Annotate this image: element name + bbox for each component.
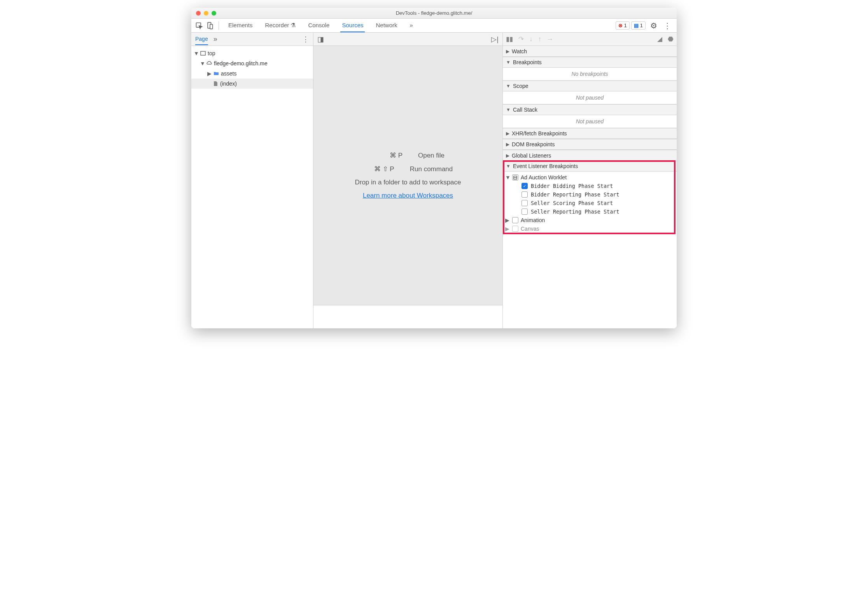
pause-on-exceptions-icon[interactable]: ⬣ (668, 35, 674, 43)
message-icon: ▤ (634, 23, 639, 28)
window-title: DevTools - fledge-demo.glitch.me/ (191, 10, 677, 16)
error-badge[interactable]: ⊗1 (616, 21, 630, 30)
tree-index[interactable]: (index) (191, 79, 313, 89)
tree-assets-label: assets (221, 70, 236, 77)
page-tab[interactable]: Page (195, 36, 208, 45)
chevron-down-icon: ▼ (506, 60, 511, 65)
window-titlebar: DevTools - fledge-demo.glitch.me/ (191, 8, 677, 19)
section-breakpoints[interactable]: ▼Breakpoints (503, 57, 677, 68)
file-icon (212, 81, 219, 87)
shortcut-run-command: ⌘ ⇧ P Run command (363, 165, 453, 173)
drop-folder-hint: Drop in a folder to add to workspace (355, 179, 461, 186)
deactivate-breakpoints-icon[interactable]: ◢ (657, 35, 662, 43)
tree-origin-label: fledge-demo.glitch.me (214, 60, 268, 67)
breakpoints-empty: No breakpoints (503, 68, 677, 81)
chevron-right-icon: ▶ (506, 142, 509, 147)
section-watch[interactable]: ▶Watch (503, 46, 677, 57)
folder-icon (213, 70, 219, 77)
cloud-icon (206, 60, 212, 67)
settings-icon[interactable]: ⚙ (647, 21, 660, 30)
tree-top[interactable]: ▼ top (191, 48, 313, 58)
checkbox-unchecked[interactable] (512, 226, 518, 232)
elb-bidder-reporting[interactable]: Bidder Reporting Phase Start (503, 190, 677, 199)
chevron-right-icon: ▶ (505, 226, 510, 232)
tab-elements[interactable]: Elements (227, 19, 254, 32)
chevron-down-icon: ▼ (505, 174, 510, 181)
svg-rect-2 (210, 24, 213, 29)
zoom-window-button[interactable] (212, 11, 216, 16)
frame-icon (200, 50, 206, 56)
checkbox-checked[interactable]: ✓ (522, 183, 528, 189)
tree-assets[interactable]: ▶ assets (191, 68, 313, 79)
chevron-right-icon: ▶ (207, 70, 212, 77)
section-event-listener-breakpoints[interactable]: ▼Event Listener Breakpoints (503, 161, 677, 172)
editor-pane: ◨ ▷| ⌘ P Open file ⌘ ⇧ P Run command Dro… (313, 33, 503, 328)
tree-origin[interactable]: ▼ fledge-demo.glitch.me (191, 58, 313, 68)
chevron-right-icon: ▶ (506, 153, 509, 158)
show-debugger-icon[interactable]: ▷| (491, 35, 499, 44)
nav-options-icon[interactable]: ⋮ (302, 35, 309, 44)
pause-icon[interactable]: ▮▮ (506, 35, 513, 43)
tab-recorder[interactable]: Recorder ⚗ (264, 19, 298, 32)
chevron-down-icon: ▼ (194, 50, 198, 56)
learn-more-link[interactable]: Learn more about Workspaces (363, 192, 453, 200)
device-toolbar-icon[interactable] (205, 20, 215, 31)
chevron-down-icon: ▼ (506, 83, 511, 89)
more-tabs-icon[interactable]: » (408, 19, 415, 32)
section-call-stack[interactable]: ▼Call Stack (503, 104, 677, 115)
chevron-right-icon: ▶ (506, 131, 509, 136)
elb-category-animation[interactable]: ▶ Animation (503, 216, 677, 224)
section-dom-breakpoints[interactable]: ▶DOM Breakpoints (503, 139, 677, 150)
close-window-button[interactable] (196, 11, 201, 16)
devtools-toolbar: Elements Recorder ⚗ Console Sources Netw… (191, 19, 677, 33)
elb-seller-scoring[interactable]: Seller Scoring Phase Start (503, 199, 677, 207)
checkbox-unchecked[interactable] (522, 200, 528, 206)
flask-icon: ⚗ (290, 22, 296, 29)
checkbox-unchecked[interactable] (512, 217, 518, 223)
checkbox-unchecked[interactable] (522, 209, 528, 215)
chevron-right-icon: ▶ (505, 217, 510, 223)
elb-seller-reporting[interactable]: Seller Reporting Phase Start (503, 207, 677, 216)
debugger-pane: ▮▮ ↷ ↓ ↑ → ◢ ⬣ ▶Watch ▼Breakpoints No br… (503, 33, 677, 328)
error-icon: ⊗ (618, 23, 623, 28)
chevron-down-icon: ▼ (200, 60, 205, 67)
section-global-listeners[interactable]: ▶Global Listeners (503, 150, 677, 161)
shortcut-open-file: ⌘ P Open file (371, 151, 444, 160)
svg-rect-3 (201, 51, 205, 55)
scope-empty: Not paused (503, 91, 677, 104)
chevron-right-icon: ▶ (506, 49, 509, 54)
tab-network[interactable]: Network (374, 19, 399, 32)
section-scope[interactable]: ▼Scope (503, 81, 677, 91)
message-badge[interactable]: ▤1 (631, 21, 646, 30)
minimize-window-button[interactable] (204, 11, 208, 16)
navigator-pane: Page » ⋮ ▼ top ▼ fledge-demo.glitch.me ▶… (191, 33, 313, 328)
step-icon[interactable]: → (547, 35, 553, 43)
tree-top-label: top (208, 50, 215, 56)
elb-category-ad-auction[interactable]: ▼ ⊟ Ad Auction Worklet (503, 173, 677, 182)
chevron-down-icon: ▼ (506, 163, 511, 169)
step-into-icon[interactable]: ↓ (529, 35, 533, 43)
inspect-element-icon[interactable] (194, 20, 205, 31)
more-nav-tabs-icon[interactable]: » (214, 35, 217, 43)
tab-sources[interactable]: Sources (340, 19, 365, 32)
call-stack-empty: Not paused (503, 115, 677, 128)
section-xhr-breakpoints[interactable]: ▶XHR/fetch Breakpoints (503, 128, 677, 139)
show-navigator-icon[interactable]: ◨ (317, 35, 324, 44)
step-out-icon[interactable]: ↑ (538, 35, 542, 43)
checkbox-indeterminate[interactable]: ⊟ (512, 174, 518, 181)
tree-index-label: (index) (220, 81, 237, 87)
chevron-down-icon: ▼ (506, 107, 511, 112)
elb-bidder-bidding[interactable]: ✓ Bidder Bidding Phase Start (503, 182, 677, 190)
step-over-icon[interactable]: ↷ (518, 35, 524, 43)
tab-console[interactable]: Console (306, 19, 331, 32)
elb-category-canvas[interactable]: ▶ Canvas (503, 224, 677, 233)
more-options-icon[interactable]: ⋮ (660, 21, 674, 30)
checkbox-unchecked[interactable] (522, 191, 528, 198)
